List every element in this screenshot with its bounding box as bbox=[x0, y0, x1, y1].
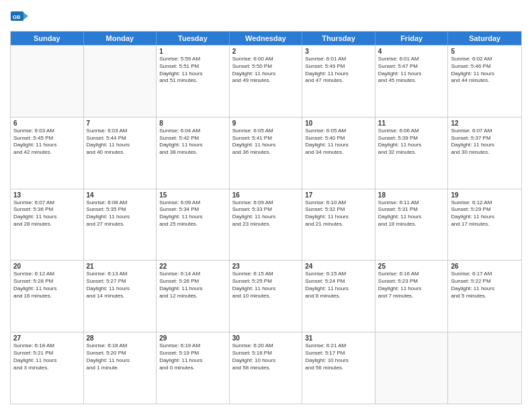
svg-marker-1 bbox=[24, 13, 28, 20]
day-number: 30 bbox=[232, 334, 300, 342]
day-info: Sunrise: 6:10 AM Sunset: 5:32 PM Dayligh… bbox=[305, 199, 372, 228]
day-info: Sunrise: 5:59 AM Sunset: 5:51 PM Dayligh… bbox=[159, 56, 226, 85]
day-info: Sunrise: 6:18 AM Sunset: 5:21 PM Dayligh… bbox=[13, 342, 81, 371]
calendar-cell-day-18: 18Sunrise: 6:11 AM Sunset: 5:31 PM Dayli… bbox=[375, 189, 449, 261]
calendar-row-0: 1Sunrise: 5:59 AM Sunset: 5:51 PM Daylig… bbox=[11, 45, 521, 117]
day-number: 17 bbox=[305, 191, 372, 199]
day-info: Sunrise: 6:16 AM Sunset: 5:23 PM Dayligh… bbox=[378, 271, 445, 300]
logo: GB bbox=[10, 7, 32, 26]
day-info: Sunrise: 6:12 AM Sunset: 5:28 PM Dayligh… bbox=[13, 271, 81, 300]
day-number: 13 bbox=[13, 191, 81, 199]
calendar-row-1: 6Sunrise: 6:03 AM Sunset: 5:45 PM Daylig… bbox=[11, 117, 521, 189]
day-info: Sunrise: 6:07 AM Sunset: 5:37 PM Dayligh… bbox=[451, 128, 519, 156]
day-number: 15 bbox=[159, 191, 226, 199]
calendar-cell-day-4: 4Sunrise: 6:01 AM Sunset: 5:47 PM Daylig… bbox=[375, 46, 449, 117]
day-number: 6 bbox=[13, 120, 81, 127]
day-info: Sunrise: 6:15 AM Sunset: 5:25 PM Dayligh… bbox=[232, 271, 300, 300]
day-number: 11 bbox=[378, 120, 445, 127]
day-info: Sunrise: 6:13 AM Sunset: 5:27 PM Dayligh… bbox=[87, 271, 154, 300]
calendar-cell-day-3: 3Sunrise: 6:01 AM Sunset: 5:49 PM Daylig… bbox=[302, 46, 375, 117]
day-info: Sunrise: 6:01 AM Sunset: 5:49 PM Dayligh… bbox=[305, 56, 372, 85]
calendar-cell-day-15: 15Sunrise: 6:09 AM Sunset: 5:34 PM Dayli… bbox=[157, 189, 230, 261]
calendar-cell-day-25: 25Sunrise: 6:16 AM Sunset: 5:23 PM Dayli… bbox=[375, 261, 449, 332]
calendar-cell-day-1: 1Sunrise: 5:59 AM Sunset: 5:51 PM Daylig… bbox=[157, 46, 230, 117]
calendar-cell-day-10: 10Sunrise: 6:05 AM Sunset: 5:40 PM Dayli… bbox=[302, 118, 375, 189]
calendar-cell-day-20: 20Sunrise: 6:12 AM Sunset: 5:28 PM Dayli… bbox=[11, 261, 84, 332]
day-info: Sunrise: 6:20 AM Sunset: 5:18 PM Dayligh… bbox=[232, 342, 300, 371]
calendar-cell-empty bbox=[448, 332, 521, 404]
weekday-header-thursday: Thursday bbox=[302, 32, 375, 45]
day-number: 2 bbox=[232, 48, 300, 55]
calendar-cell-day-30: 30Sunrise: 6:20 AM Sunset: 5:18 PM Dayli… bbox=[230, 332, 303, 404]
day-number: 26 bbox=[451, 263, 519, 270]
calendar-cell-day-28: 28Sunrise: 6:18 AM Sunset: 5:20 PM Dayli… bbox=[84, 332, 157, 404]
day-number: 22 bbox=[159, 263, 226, 270]
day-number: 10 bbox=[305, 120, 372, 127]
calendar-cell-day-19: 19Sunrise: 6:12 AM Sunset: 5:29 PM Dayli… bbox=[448, 189, 521, 261]
day-info: Sunrise: 6:00 AM Sunset: 5:50 PM Dayligh… bbox=[232, 56, 300, 85]
day-info: Sunrise: 6:14 AM Sunset: 5:26 PM Dayligh… bbox=[159, 271, 226, 300]
day-number: 16 bbox=[232, 191, 300, 199]
day-info: Sunrise: 6:17 AM Sunset: 5:22 PM Dayligh… bbox=[451, 271, 519, 300]
day-number: 31 bbox=[305, 334, 372, 342]
day-info: Sunrise: 6:03 AM Sunset: 5:45 PM Dayligh… bbox=[13, 128, 81, 156]
calendar-cell-day-31: 31Sunrise: 6:21 AM Sunset: 5:17 PM Dayli… bbox=[302, 332, 375, 404]
calendar-cell-day-8: 8Sunrise: 6:04 AM Sunset: 5:42 PM Daylig… bbox=[157, 118, 230, 189]
day-info: Sunrise: 6:11 AM Sunset: 5:31 PM Dayligh… bbox=[378, 199, 445, 228]
calendar-cell-day-26: 26Sunrise: 6:17 AM Sunset: 5:22 PM Dayli… bbox=[448, 261, 521, 332]
svg-text:GB: GB bbox=[13, 14, 21, 20]
day-number: 29 bbox=[159, 334, 226, 342]
weekday-header-sunday: Sunday bbox=[11, 32, 84, 45]
calendar-cell-day-16: 16Sunrise: 6:09 AM Sunset: 5:33 PM Dayli… bbox=[230, 189, 303, 261]
day-info: Sunrise: 6:12 AM Sunset: 5:29 PM Dayligh… bbox=[451, 199, 519, 228]
calendar-header: SundayMondayTuesdayWednesdayThursdayFrid… bbox=[11, 32, 521, 45]
day-number: 20 bbox=[13, 263, 81, 270]
day-number: 19 bbox=[451, 191, 519, 199]
day-number: 27 bbox=[13, 334, 81, 342]
day-info: Sunrise: 6:09 AM Sunset: 5:34 PM Dayligh… bbox=[159, 199, 226, 228]
calendar-row-3: 20Sunrise: 6:12 AM Sunset: 5:28 PM Dayli… bbox=[11, 260, 521, 332]
calendar-cell-day-11: 11Sunrise: 6:06 AM Sunset: 5:39 PM Dayli… bbox=[375, 118, 449, 189]
calendar-row-2: 13Sunrise: 6:07 AM Sunset: 5:36 PM Dayli… bbox=[11, 189, 521, 261]
calendar-cell-day-13: 13Sunrise: 6:07 AM Sunset: 5:36 PM Dayli… bbox=[11, 189, 84, 261]
day-info: Sunrise: 6:18 AM Sunset: 5:20 PM Dayligh… bbox=[87, 342, 154, 371]
day-info: Sunrise: 6:04 AM Sunset: 5:42 PM Dayligh… bbox=[159, 128, 226, 156]
day-number: 3 bbox=[305, 48, 372, 55]
calendar-cell-day-14: 14Sunrise: 6:08 AM Sunset: 5:35 PM Dayli… bbox=[84, 189, 157, 261]
calendar-cell-day-17: 17Sunrise: 6:10 AM Sunset: 5:32 PM Dayli… bbox=[302, 189, 375, 261]
day-number: 14 bbox=[87, 191, 154, 199]
day-info: Sunrise: 6:15 AM Sunset: 5:24 PM Dayligh… bbox=[305, 271, 372, 300]
day-number: 25 bbox=[378, 263, 445, 270]
weekday-header-wednesday: Wednesday bbox=[230, 32, 303, 45]
calendar-cell-day-9: 9Sunrise: 6:05 AM Sunset: 5:41 PM Daylig… bbox=[230, 118, 303, 189]
calendar-cell-day-27: 27Sunrise: 6:18 AM Sunset: 5:21 PM Dayli… bbox=[11, 332, 84, 404]
calendar-cell-empty bbox=[11, 46, 84, 117]
calendar: SundayMondayTuesdayWednesdayThursdayFrid… bbox=[10, 31, 522, 404]
calendar-cell-day-23: 23Sunrise: 6:15 AM Sunset: 5:25 PM Dayli… bbox=[230, 261, 303, 332]
day-info: Sunrise: 6:19 AM Sunset: 5:19 PM Dayligh… bbox=[159, 342, 226, 371]
day-info: Sunrise: 6:01 AM Sunset: 5:47 PM Dayligh… bbox=[378, 56, 445, 85]
day-number: 9 bbox=[232, 120, 300, 127]
page: GB SundayMondayTuesdayWednesdayThursdayF… bbox=[0, 0, 532, 411]
weekday-header-friday: Friday bbox=[375, 32, 449, 45]
day-info: Sunrise: 6:07 AM Sunset: 5:36 PM Dayligh… bbox=[13, 199, 81, 228]
calendar-cell-day-24: 24Sunrise: 6:15 AM Sunset: 5:24 PM Dayli… bbox=[302, 261, 375, 332]
day-number: 1 bbox=[159, 48, 226, 55]
calendar-cell-day-5: 5Sunrise: 6:02 AM Sunset: 5:46 PM Daylig… bbox=[448, 46, 521, 117]
day-info: Sunrise: 6:06 AM Sunset: 5:39 PM Dayligh… bbox=[378, 128, 445, 156]
day-number: 4 bbox=[378, 48, 445, 55]
weekday-header-saturday: Saturday bbox=[448, 32, 521, 45]
day-number: 18 bbox=[378, 191, 445, 199]
day-info: Sunrise: 6:03 AM Sunset: 5:44 PM Dayligh… bbox=[87, 128, 154, 156]
calendar-cell-day-2: 2Sunrise: 6:00 AM Sunset: 5:50 PM Daylig… bbox=[230, 46, 303, 117]
calendar-cell-day-12: 12Sunrise: 6:07 AM Sunset: 5:37 PM Dayli… bbox=[448, 118, 521, 189]
calendar-row-4: 27Sunrise: 6:18 AM Sunset: 5:21 PM Dayli… bbox=[11, 332, 521, 404]
calendar-cell-day-21: 21Sunrise: 6:13 AM Sunset: 5:27 PM Dayli… bbox=[84, 261, 157, 332]
day-number: 28 bbox=[87, 334, 154, 342]
calendar-body: 1Sunrise: 5:59 AM Sunset: 5:51 PM Daylig… bbox=[11, 45, 521, 404]
calendar-cell-empty bbox=[375, 332, 449, 404]
day-number: 5 bbox=[451, 48, 519, 55]
logo-icon: GB bbox=[10, 7, 29, 26]
day-info: Sunrise: 6:05 AM Sunset: 5:41 PM Dayligh… bbox=[232, 128, 300, 156]
weekday-header-monday: Monday bbox=[84, 32, 157, 45]
